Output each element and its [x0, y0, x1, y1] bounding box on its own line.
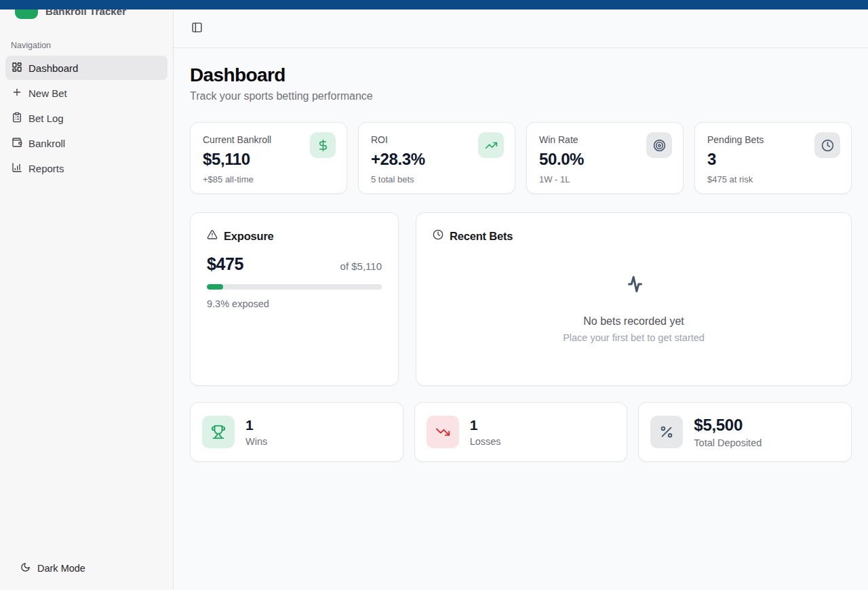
exposure-progress-fill	[207, 284, 223, 290]
stat-card-win-rate: Win Rate 50.0% 1W - 1L	[526, 122, 684, 194]
moon-icon	[20, 562, 31, 574]
summary-card-wins: 1 Wins	[190, 402, 403, 462]
plus-icon	[12, 87, 22, 100]
exposure-of-total: of $5,110	[340, 260, 382, 272]
page-subtitle: Track your sports betting performance	[190, 90, 852, 102]
exposure-amount-row: $475 of $5,110	[207, 254, 382, 274]
summary-label: Wins	[245, 436, 267, 447]
sidebar-item-new-bet[interactable]: New Bet	[5, 81, 167, 105]
summary-card-total-deposited: $5,500 Total Deposited	[638, 402, 852, 462]
dollar-sign-icon	[310, 132, 336, 158]
stat-card-current-bankroll: Current Bankroll $5,110 +$85 all-time	[190, 122, 347, 194]
recent-bets-title: Recent Bets	[450, 230, 513, 243]
stat-card-pending-bets: Pending Bets 3 $475 at risk	[694, 122, 852, 194]
summary-value: $5,500	[694, 416, 762, 435]
main-area: Dashboard Track your sports betting perf…	[174, 0, 868, 590]
stats-grid: Current Bankroll $5,110 +$85 all-time RO…	[190, 122, 852, 194]
sidebar-item-bet-log[interactable]: Bet Log	[5, 106, 167, 130]
alert-triangle-icon	[207, 229, 218, 243]
middle-row: Exposure $475 of $5,110 9.3% exposed Rec…	[190, 212, 852, 386]
dark-mode-label: Dark Mode	[37, 563, 85, 574]
empty-state-title: No bets recorded yet	[583, 315, 684, 328]
bar-chart-icon	[12, 162, 22, 175]
sidebar-item-label: Reports	[28, 163, 64, 174]
sidebar-item-dashboard[interactable]: Dashboard	[5, 56, 167, 80]
page-title: Dashboard	[190, 64, 852, 86]
trophy-icon	[202, 416, 235, 448]
sidebar-item-label: Dashboard	[28, 62, 78, 74]
stat-card-roi: ROI +28.3% 5 total bets	[358, 122, 515, 194]
summary-text: $5,500 Total Deposited	[694, 416, 762, 448]
exposure-title-row: Exposure	[207, 229, 382, 243]
nav-list: Dashboard New Bet Bet Log Bankroll Repor…	[0, 56, 173, 180]
empty-state-subtitle: Place your first bet to get started	[563, 332, 705, 343]
percent-icon	[650, 416, 683, 448]
clock-icon	[814, 132, 840, 158]
nav-section-label: Navigation	[0, 27, 173, 56]
exposure-amount: $475	[207, 254, 243, 274]
exposure-progress-track	[207, 284, 382, 290]
dark-mode-toggle[interactable]: Dark Mode	[0, 560, 173, 576]
summary-text: 1 Wins	[245, 417, 267, 447]
exposure-title: Exposure	[224, 230, 274, 243]
summary-value: 1	[245, 417, 267, 433]
trending-down-icon	[427, 416, 459, 448]
sidebar: Bankroll Tracker Navigation Dashboard Ne…	[0, 0, 174, 590]
wallet-icon	[12, 137, 22, 150]
stat-sub: $475 at risk	[707, 174, 839, 184]
exposure-card: Exposure $475 of $5,110 9.3% exposed	[190, 212, 399, 386]
clock-icon	[433, 229, 443, 243]
summary-label: Losses	[470, 436, 501, 447]
activity-icon	[622, 272, 646, 299]
target-icon	[646, 132, 672, 158]
stat-sub: 1W - 1L	[539, 174, 671, 184]
summary-text: 1 Losses	[470, 417, 501, 447]
dashboard-content: Dashboard Track your sports betting perf…	[174, 48, 868, 478]
summary-value: 1	[470, 417, 501, 433]
sidebar-item-label: Bankroll	[28, 138, 65, 149]
trending-up-icon	[478, 132, 504, 158]
sidebar-item-label: New Bet	[28, 87, 67, 99]
sidebar-item-label: Bet Log	[28, 113, 64, 124]
stat-sub: +$85 all-time	[203, 174, 334, 184]
panel-left-icon	[191, 25, 203, 35]
layout-dashboard-icon	[12, 62, 22, 75]
sidebar-toggle-button[interactable]	[189, 19, 205, 38]
window-top-bar	[0, 0, 868, 9]
summary-label: Total Deposited	[694, 437, 762, 448]
sidebar-spacer	[0, 180, 173, 560]
recent-bets-empty-state: No bets recorded yet Place your first be…	[433, 250, 835, 365]
summary-row: 1 Wins 1 Losses $5,500 Total	[190, 402, 852, 462]
stat-sub: 5 total bets	[371, 174, 502, 184]
clipboard-list-icon	[12, 112, 22, 125]
recent-bets-title-row: Recent Bets	[433, 229, 835, 243]
summary-card-losses: 1 Losses	[414, 402, 628, 462]
recent-bets-card: Recent Bets No bets recorded yet Place y…	[416, 212, 852, 386]
sidebar-item-bankroll[interactable]: Bankroll	[5, 131, 167, 155]
exposure-percent-label: 9.3% exposed	[207, 298, 382, 309]
sidebar-item-reports[interactable]: Reports	[5, 156, 167, 180]
